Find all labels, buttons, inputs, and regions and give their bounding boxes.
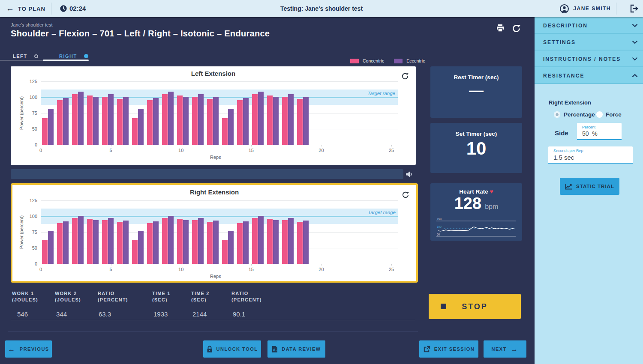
target-line	[41, 216, 398, 217]
stat-value: 546	[12, 310, 38, 318]
bar-concentric	[267, 219, 273, 264]
bar-eccentric	[303, 221, 309, 264]
settings-sidebar: DESCRIPTION SETTINGS INSTRUCTIONS / NOTE…	[535, 17, 643, 364]
bar-concentric	[117, 222, 123, 264]
stat-time2: TIME 2(SEC) 2144	[191, 290, 210, 318]
sidebar-section-resistance[interactable]: RESISTANCE	[535, 67, 643, 84]
sidebar-section-description[interactable]: DESCRIPTION	[535, 17, 643, 34]
bar-concentric	[102, 220, 108, 264]
set-timer-title: Set Timer (sec)	[430, 131, 522, 137]
percent-input[interactable]: Percent 50 %	[577, 123, 622, 140]
sidebar-section-settings[interactable]: SETTINGS	[535, 34, 643, 51]
y-tick-label: 75	[23, 110, 37, 116]
bar-concentric	[72, 218, 78, 264]
tab-left[interactable]: LEFT	[13, 51, 38, 61]
tab-right-indicator-icon	[84, 54, 88, 58]
bar-concentric	[192, 97, 198, 145]
heart-rate-value: 128	[454, 194, 481, 212]
user-name: JANE SMITH	[573, 6, 611, 12]
heart-icon: ♥	[490, 188, 493, 195]
set-timer-value: 10	[430, 138, 522, 159]
force-radio[interactable]	[596, 111, 603, 118]
svg-text:150: 150	[437, 218, 442, 221]
bar-eccentric	[48, 231, 54, 264]
arrow-left-icon: ←	[8, 346, 16, 353]
plan-subtitle: Jane's shoulder test	[11, 22, 53, 27]
percentage-radio-label[interactable]: Percentage	[564, 111, 595, 118]
user-menu[interactable]: JANE SMITH	[560, 0, 611, 17]
bar-eccentric	[273, 220, 279, 264]
stat-value: 2144	[191, 310, 210, 318]
bar-eccentric	[108, 218, 114, 264]
data-review-button[interactable]: DATA REVIEW	[267, 340, 325, 358]
bar-eccentric	[108, 94, 114, 145]
bar-concentric	[147, 100, 153, 145]
bar-eccentric	[243, 221, 249, 264]
legend-concentric-label: Concentric	[363, 58, 384, 63]
y-tick-label: 125	[23, 79, 37, 84]
x-tick-label: 0	[36, 267, 45, 272]
top-bar: ← TO PLAN 02:24 Testing: Jane's shoulder…	[0, 0, 643, 17]
bar-concentric	[177, 95, 183, 145]
unlock-tool-button[interactable]: UNLOCK TOOL	[203, 340, 261, 358]
divider	[616, 3, 616, 15]
y-tick-label: 50	[23, 126, 37, 131]
left-extension-plot: 05075100125Target range0510152025Reps	[11, 66, 416, 165]
bar-concentric	[57, 100, 63, 145]
bar-concentric	[42, 118, 48, 145]
concentric-swatch	[350, 59, 359, 63]
x-tick-label: 15	[246, 267, 256, 272]
x-tick-label: 20	[316, 148, 326, 153]
chevron-up-icon	[632, 74, 638, 78]
left-extension-chart: Left Extension Power (percent) 050751001…	[11, 66, 416, 165]
rest-timer-card: Rest Timer (sec) —	[430, 66, 522, 118]
right-extension-plot: 05075100125Target range0510152025Reps	[12, 185, 416, 281]
x-tick-label: 20	[316, 267, 326, 272]
logout-button[interactable]	[628, 3, 639, 14]
y-tick-label: 50	[23, 245, 37, 251]
bar-eccentric	[198, 218, 204, 264]
print-button[interactable]	[495, 23, 506, 34]
bar-concentric	[72, 94, 78, 145]
refresh-button[interactable]	[511, 23, 523, 34]
static-trial-button[interactable]: STATIC TRIAL	[560, 178, 619, 195]
chevron-down-icon	[632, 24, 638, 27]
previous-button[interactable]: ← PREVIOUS	[5, 340, 52, 358]
heart-rate-card: Heart Rate ♥ 128bpm 150 100 50	[430, 183, 522, 241]
bar-concentric	[162, 218, 168, 264]
bar-concentric	[252, 218, 258, 264]
bar-concentric	[117, 99, 123, 145]
audio-button[interactable]	[405, 170, 414, 179]
bar-eccentric	[123, 97, 129, 145]
bar-concentric	[132, 240, 138, 264]
bar-eccentric	[153, 221, 159, 264]
bar-eccentric	[213, 97, 219, 145]
x-axis-label: Reps	[210, 274, 221, 279]
bar-eccentric	[168, 216, 174, 264]
sidebar-section-instructions[interactable]: INSTRUCTIONS / NOTES	[535, 51, 643, 67]
bar-concentric	[87, 219, 93, 264]
bar-eccentric	[138, 231, 144, 264]
tab-left-indicator-icon	[34, 54, 38, 58]
percentage-radio[interactable]	[554, 111, 560, 118]
next-button[interactable]: NEXT →	[484, 340, 526, 358]
stat-work2: WORK 2(JOULES) 344	[55, 290, 81, 318]
svg-text:100: 100	[437, 225, 442, 228]
seconds-per-rep-input[interactable]: Seconds per Rep 1.5 sec	[548, 146, 633, 164]
divider	[8, 331, 418, 332]
bar-concentric	[192, 220, 198, 264]
chevron-down-icon	[632, 40, 638, 44]
stop-button[interactable]: STOP	[429, 294, 521, 319]
bar-eccentric	[273, 97, 279, 145]
y-tick-label: 0	[23, 261, 37, 266]
divider	[11, 320, 415, 320]
force-radio-label[interactable]: Force	[606, 111, 622, 118]
bar-eccentric	[63, 98, 69, 145]
bar-concentric	[282, 220, 288, 264]
bar-concentric	[252, 94, 258, 145]
bar-eccentric	[183, 97, 189, 145]
page-title: Shoulder – Flexion – 701 – Left / Right …	[11, 29, 270, 39]
exit-session-button[interactable]: EXIT SESSION	[419, 340, 478, 358]
bar-concentric	[297, 222, 303, 264]
document-chart-icon	[272, 346, 278, 353]
